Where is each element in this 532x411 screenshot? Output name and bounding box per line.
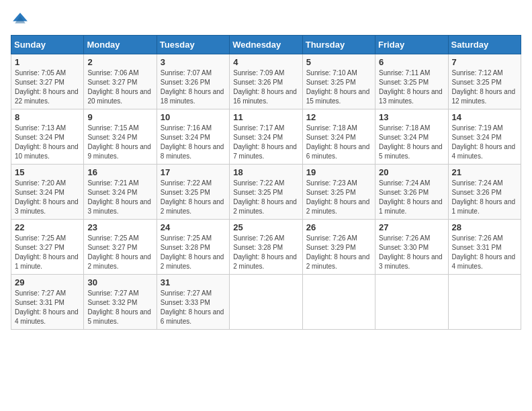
header-cell-saturday: Saturday <box>448 36 521 54</box>
day-cell: 12 Sunrise: 7:18 AM Sunset: 3:24 PM Dayl… <box>302 109 375 165</box>
day-number: 13 <box>379 112 444 122</box>
calendar-header: SundayMondayTuesdayWednesdayThursdayFrid… <box>11 36 521 54</box>
day-number: 22 <box>15 222 80 232</box>
week-row-2: 8 Sunrise: 7:13 AM Sunset: 3:24 PM Dayli… <box>11 109 521 165</box>
day-info: Sunrise: 7:12 AM Sunset: 3:25 PM Dayligh… <box>452 68 517 106</box>
day-info: Sunrise: 7:26 AM Sunset: 3:28 PM Dayligh… <box>233 234 298 271</box>
logo-icon <box>11 11 30 30</box>
day-info: Sunrise: 7:05 AM Sunset: 3:27 PM Dayligh… <box>15 68 80 106</box>
day-number: 5 <box>306 57 371 67</box>
day-number: 29 <box>15 277 80 287</box>
day-number: 24 <box>161 222 226 232</box>
day-number: 6 <box>379 57 444 67</box>
day-cell: 24 Sunrise: 7:25 AM Sunset: 3:28 PM Dayl… <box>157 220 229 275</box>
day-cell: 6 Sunrise: 7:11 AM Sunset: 3:25 PM Dayli… <box>375 54 448 109</box>
day-info: Sunrise: 7:15 AM Sunset: 3:24 PM Dayligh… <box>87 124 152 161</box>
day-cell: 19 Sunrise: 7:23 AM Sunset: 3:25 PM Dayl… <box>302 165 375 220</box>
day-number: 23 <box>87 222 152 232</box>
day-cell <box>302 275 375 330</box>
day-cell: 15 Sunrise: 7:20 AM Sunset: 3:24 PM Dayl… <box>11 165 84 220</box>
header-cell-tuesday: Tuesday <box>157 36 229 54</box>
day-cell: 27 Sunrise: 7:26 AM Sunset: 3:30 PM Dayl… <box>375 220 448 275</box>
day-number: 8 <box>15 112 80 122</box>
day-number: 10 <box>161 112 226 122</box>
day-cell: 11 Sunrise: 7:17 AM Sunset: 3:24 PM Dayl… <box>230 109 302 165</box>
day-number: 11 <box>233 112 298 122</box>
day-cell: 8 Sunrise: 7:13 AM Sunset: 3:24 PM Dayli… <box>11 109 84 165</box>
day-number: 16 <box>87 167 152 177</box>
day-number: 28 <box>452 222 517 232</box>
day-cell: 20 Sunrise: 7:24 AM Sunset: 3:26 PM Dayl… <box>375 165 448 220</box>
day-number: 30 <box>87 277 152 287</box>
day-info: Sunrise: 7:06 AM Sunset: 3:27 PM Dayligh… <box>87 68 152 106</box>
header-cell-friday: Friday <box>375 36 448 54</box>
day-cell: 21 Sunrise: 7:24 AM Sunset: 3:26 PM Dayl… <box>448 165 521 220</box>
day-info: Sunrise: 7:24 AM Sunset: 3:26 PM Dayligh… <box>379 179 444 216</box>
day-info: Sunrise: 7:17 AM Sunset: 3:24 PM Dayligh… <box>233 124 298 161</box>
day-number: 25 <box>233 222 298 232</box>
day-cell: 3 Sunrise: 7:07 AM Sunset: 3:26 PM Dayli… <box>157 54 229 109</box>
day-cell: 16 Sunrise: 7:21 AM Sunset: 3:24 PM Dayl… <box>84 165 157 220</box>
day-cell: 22 Sunrise: 7:25 AM Sunset: 3:27 PM Dayl… <box>11 220 84 275</box>
day-cell: 17 Sunrise: 7:22 AM Sunset: 3:25 PM Dayl… <box>157 165 229 220</box>
day-info: Sunrise: 7:26 AM Sunset: 3:31 PM Dayligh… <box>452 234 517 271</box>
day-cell: 18 Sunrise: 7:22 AM Sunset: 3:25 PM Dayl… <box>230 165 302 220</box>
day-number: 27 <box>379 222 444 232</box>
day-info: Sunrise: 7:18 AM Sunset: 3:24 PM Dayligh… <box>306 124 371 161</box>
day-number: 4 <box>233 57 298 67</box>
week-row-4: 22 Sunrise: 7:25 AM Sunset: 3:27 PM Dayl… <box>11 220 521 275</box>
day-info: Sunrise: 7:26 AM Sunset: 3:29 PM Dayligh… <box>306 234 371 271</box>
day-number: 7 <box>452 57 517 67</box>
day-info: Sunrise: 7:07 AM Sunset: 3:26 PM Dayligh… <box>161 68 226 106</box>
day-info: Sunrise: 7:25 AM Sunset: 3:28 PM Dayligh… <box>161 234 226 271</box>
day-number: 19 <box>306 167 371 177</box>
header-cell-thursday: Thursday <box>302 36 375 54</box>
day-info: Sunrise: 7:21 AM Sunset: 3:24 PM Dayligh… <box>87 179 152 216</box>
day-info: Sunrise: 7:20 AM Sunset: 3:24 PM Dayligh… <box>15 179 80 216</box>
day-info: Sunrise: 7:23 AM Sunset: 3:25 PM Dayligh… <box>306 179 371 216</box>
header-cell-wednesday: Wednesday <box>230 36 302 54</box>
day-info: Sunrise: 7:27 AM Sunset: 3:33 PM Dayligh… <box>161 289 226 326</box>
day-info: Sunrise: 7:22 AM Sunset: 3:25 PM Dayligh… <box>233 179 298 216</box>
day-info: Sunrise: 7:18 AM Sunset: 3:24 PM Dayligh… <box>379 124 444 161</box>
day-info: Sunrise: 7:11 AM Sunset: 3:25 PM Dayligh… <box>379 68 444 106</box>
calendar-body: 1 Sunrise: 7:05 AM Sunset: 3:27 PM Dayli… <box>11 54 521 330</box>
day-info: Sunrise: 7:09 AM Sunset: 3:26 PM Dayligh… <box>233 68 298 106</box>
day-cell: 1 Sunrise: 7:05 AM Sunset: 3:27 PM Dayli… <box>11 54 84 109</box>
day-info: Sunrise: 7:13 AM Sunset: 3:24 PM Dayligh… <box>15 124 80 161</box>
day-cell: 9 Sunrise: 7:15 AM Sunset: 3:24 PM Dayli… <box>84 109 157 165</box>
day-number: 1 <box>15 57 80 67</box>
day-number: 14 <box>452 112 517 122</box>
day-cell: 5 Sunrise: 7:10 AM Sunset: 3:25 PM Dayli… <box>302 54 375 109</box>
day-number: 18 <box>233 167 298 177</box>
day-cell: 25 Sunrise: 7:26 AM Sunset: 3:28 PM Dayl… <box>230 220 302 275</box>
logo <box>11 11 32 30</box>
day-cell: 29 Sunrise: 7:27 AM Sunset: 3:31 PM Dayl… <box>11 275 84 330</box>
day-cell: 4 Sunrise: 7:09 AM Sunset: 3:26 PM Dayli… <box>230 54 302 109</box>
header-cell-sunday: Sunday <box>11 36 84 54</box>
day-number: 2 <box>87 57 152 67</box>
day-number: 15 <box>15 167 80 177</box>
day-number: 12 <box>306 112 371 122</box>
day-cell <box>448 275 521 330</box>
day-cell: 13 Sunrise: 7:18 AM Sunset: 3:24 PM Dayl… <box>375 109 448 165</box>
day-info: Sunrise: 7:22 AM Sunset: 3:25 PM Dayligh… <box>161 179 226 216</box>
day-number: 9 <box>87 112 152 122</box>
day-number: 3 <box>161 57 226 67</box>
day-info: Sunrise: 7:19 AM Sunset: 3:24 PM Dayligh… <box>452 124 517 161</box>
day-info: Sunrise: 7:25 AM Sunset: 3:27 PM Dayligh… <box>87 234 152 271</box>
day-info: Sunrise: 7:25 AM Sunset: 3:27 PM Dayligh… <box>15 234 80 271</box>
day-info: Sunrise: 7:26 AM Sunset: 3:30 PM Dayligh… <box>379 234 444 271</box>
day-cell: 14 Sunrise: 7:19 AM Sunset: 3:24 PM Dayl… <box>448 109 521 165</box>
day-number: 26 <box>306 222 371 232</box>
week-row-1: 1 Sunrise: 7:05 AM Sunset: 3:27 PM Dayli… <box>11 54 521 109</box>
day-cell: 28 Sunrise: 7:26 AM Sunset: 3:31 PM Dayl… <box>448 220 521 275</box>
day-cell: 26 Sunrise: 7:26 AM Sunset: 3:29 PM Dayl… <box>302 220 375 275</box>
day-number: 31 <box>161 277 226 287</box>
day-number: 21 <box>452 167 517 177</box>
day-cell: 31 Sunrise: 7:27 AM Sunset: 3:33 PM Dayl… <box>157 275 229 330</box>
day-info: Sunrise: 7:16 AM Sunset: 3:24 PM Dayligh… <box>161 124 226 161</box>
day-cell: 23 Sunrise: 7:25 AM Sunset: 3:27 PM Dayl… <box>84 220 157 275</box>
header-row: SundayMondayTuesdayWednesdayThursdayFrid… <box>11 36 521 54</box>
day-cell: 10 Sunrise: 7:16 AM Sunset: 3:24 PM Dayl… <box>157 109 229 165</box>
